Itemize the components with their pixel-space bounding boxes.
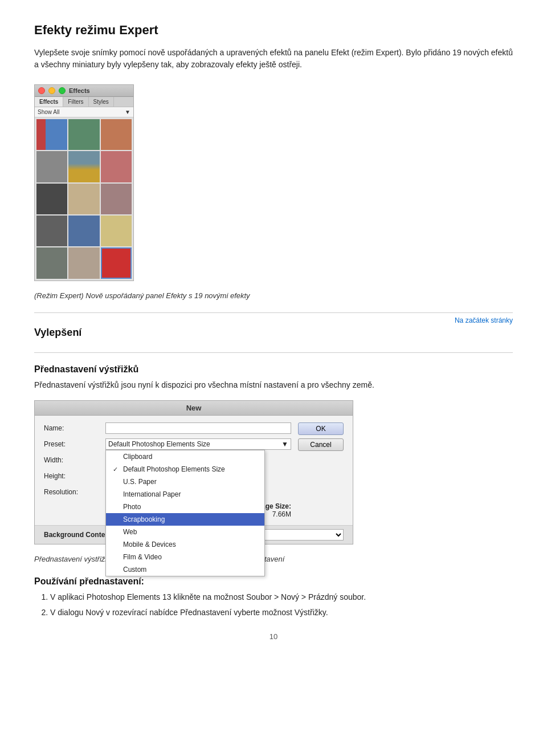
intro-text: Vylepšete svoje snímky pomocí nově uspoř… [34, 47, 513, 71]
thumb-5 [68, 151, 99, 182]
preset-item-label: Photo [123, 503, 141, 511]
thumb-6 [101, 151, 132, 182]
presets-section: Přednastavení výstřižků Přednastavení vý… [34, 364, 513, 619]
panel-title: Effects [69, 87, 90, 94]
width-label: Width: [44, 456, 101, 464]
tab-filters[interactable]: Filters [63, 97, 88, 107]
check-icon: ✓ [113, 466, 120, 473]
top-link-bar: Na začátek stránky [34, 312, 513, 324]
dialog-left-panel: Name: Preset: Default Photoshop Elements… [44, 422, 291, 518]
thumb-9 [101, 184, 132, 214]
dropdown-arrow-icon: ▼ [125, 109, 130, 115]
page-title: Efekty režimu Expert [34, 23, 513, 38]
preset-item-intl-paper[interactable]: International Paper [106, 488, 264, 501]
thumb-10 [36, 216, 67, 246]
effects-panel-image: Effects Effects Filters Styles Show All … [34, 84, 134, 281]
thumb-14 [68, 247, 99, 278]
top-of-page-link[interactable]: Na začátek stránky [455, 316, 513, 324]
panel-thumbnails-grid [35, 117, 133, 281]
image-size-value: 7.66M [272, 510, 291, 518]
presets-description: Přednastavení výstřižků jsou nyní k disp… [34, 379, 513, 391]
thumb-8 [68, 184, 99, 214]
effects-panel-caption: (Režim Expert) Nově uspořádaný panel Efe… [34, 290, 513, 302]
new-dialog: New Name: Preset: Default Photoshop Elem… [34, 400, 353, 544]
preset-item-label: Film & Video [123, 553, 162, 561]
preset-item-mobile[interactable]: Mobile & Devices [106, 538, 264, 551]
preset-item-web[interactable]: Web [106, 526, 264, 538]
thumb-3 [101, 119, 132, 150]
improvement-section: Vylepšení [34, 327, 513, 339]
preset-item-photo[interactable]: Photo [106, 501, 264, 513]
panel-header: Effects [35, 85, 133, 97]
dropdown-label: Show All [38, 109, 59, 115]
thumb-11 [68, 216, 99, 246]
name-input[interactable] [105, 422, 291, 434]
preset-dropdown-container: Default Photoshop Elements Size ▼ Clipbo… [105, 438, 291, 450]
preset-item-label: U.S. Paper [123, 478, 157, 486]
preset-item-label: Mobile & Devices [123, 540, 176, 548]
preset-dropdown-arrow: ▼ [281, 440, 288, 448]
thumb-2 [68, 119, 99, 150]
dialog-right-panel: OK Cancel [298, 422, 344, 518]
preset-item-custom[interactable]: Custom [106, 563, 264, 576]
thumb-12 [101, 216, 132, 246]
preset-item-label: Custom [123, 566, 146, 574]
preset-item-us-paper[interactable]: U.S. Paper [106, 475, 264, 488]
panel-tabs: Effects Filters Styles [35, 97, 133, 107]
height-label: Height: [44, 472, 101, 480]
section-divider [34, 352, 513, 353]
preset-item-label: Default Photoshop Elements Size [123, 465, 225, 473]
preset-item-label: Scrapbooking [123, 515, 165, 523]
panel-close-button[interactable] [38, 87, 45, 94]
thumb-7 [36, 184, 67, 214]
presets-heading: Přednastavení výstřižků [34, 364, 513, 375]
dialog-titlebar: New [35, 401, 353, 416]
thumb-1 [36, 119, 67, 150]
name-label: Name: [44, 424, 101, 432]
panel-zoom-button[interactable] [59, 87, 66, 94]
panel-minimize-button[interactable] [48, 87, 55, 94]
thumb-15 [101, 247, 132, 278]
preset-row: Preset: Default Photoshop Elements Size … [44, 438, 291, 450]
preset-item-label: Web [123, 528, 137, 536]
preset-item-film[interactable]: Film & Video [106, 551, 264, 563]
preset-item-label: Clipboard [123, 453, 152, 461]
preset-value: Default Photoshop Elements Size [108, 440, 210, 448]
steps-list: V aplikaci Photoshop Elements 13 kliknět… [50, 591, 513, 619]
preset-item-label: International Paper [123, 490, 181, 498]
improvement-heading: Vylepšení [34, 327, 513, 339]
ok-button[interactable]: OK [298, 422, 344, 435]
thumb-13 [36, 247, 67, 278]
page-title-section: Efekty režimu Expert Vylepšete svoje sní… [34, 23, 513, 71]
using-presets-heading: Používání přednastavení: [34, 576, 513, 587]
preset-item-clipboard[interactable]: Clipboard [106, 450, 264, 463]
name-row: Name: [44, 422, 291, 434]
preset-label: Preset: [44, 440, 101, 448]
step-1: V aplikaci Photoshop Elements 13 kliknět… [50, 591, 513, 603]
tab-effects[interactable]: Effects [35, 97, 63, 107]
preset-item-scrapbooking[interactable]: Scrapbooking [106, 513, 264, 526]
dialog-body: Name: Preset: Default Photoshop Elements… [35, 416, 353, 525]
panel-show-all-dropdown[interactable]: Show All ▼ [35, 107, 133, 117]
step-2: V dialogu Nový v rozevírací nabídce Před… [50, 607, 513, 619]
page-number: 10 [34, 632, 513, 641]
thumb-4 [36, 151, 67, 182]
preset-dropdown-menu: Clipboard ✓ Default Photoshop Elements S… [105, 450, 265, 576]
resolution-label: Resolution: [44, 488, 101, 496]
tab-styles[interactable]: Styles [89, 97, 114, 107]
preset-item-default[interactable]: ✓ Default Photoshop Elements Size [106, 463, 264, 475]
preset-dropdown-button[interactable]: Default Photoshop Elements Size ▼ [105, 438, 291, 450]
cancel-button[interactable]: Cancel [298, 438, 344, 451]
